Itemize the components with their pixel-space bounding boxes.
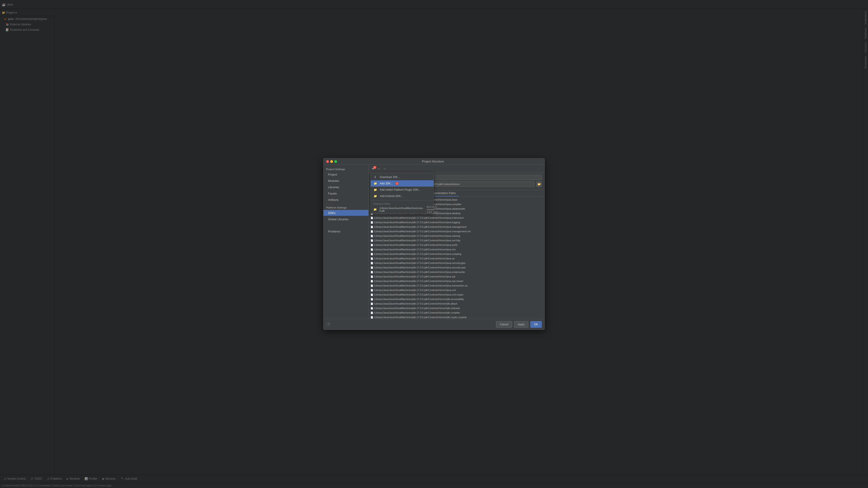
path-list-item[interactable]: 📄/Library/Java/JavaVirtualMachines/jdk-1…: [369, 315, 545, 319]
dialog-titlebar: Project Structure: [323, 158, 545, 165]
path-item-text: /Library/Java/JavaVirtualMachines/jdk-17…: [374, 225, 467, 228]
back-icon: ←: [377, 167, 380, 170]
forward-button[interactable]: →: [382, 166, 387, 171]
path-list-item[interactable]: 📄/Library/Java/JavaVirtualMachines/jdk-1…: [369, 292, 545, 297]
path-item-text: /Library/Java/JavaVirtualMachines/jdk-17…: [374, 234, 460, 237]
folder-icon-add: 📁: [373, 182, 377, 185]
path-item-icon: 📄: [370, 271, 373, 273]
path-list-item[interactable]: 📄/Library/Java/JavaVirtualMachines/jdk-1…: [369, 301, 545, 306]
dropdown-badge: 2: [395, 182, 399, 185]
path-item-text: /Library/Java/JavaVirtualMachines/jdk-17…: [374, 284, 467, 287]
path-list-item[interactable]: 📄/Library/Java/JavaVirtualMachines/jdk-1…: [369, 216, 545, 220]
nav-project[interactable]: Project: [323, 171, 368, 177]
close-button[interactable]: [326, 160, 329, 163]
badge-count: 2: [373, 166, 376, 169]
path-item-icon: 📄: [370, 244, 373, 246]
intellij-sdk-icon: 📁: [373, 188, 377, 191]
nav-problems[interactable]: Problems: [323, 228, 368, 234]
path-item-text: /Library/Java/JavaVirtualMachines/jdk-17…: [374, 307, 460, 310]
path-list-item[interactable]: 📄/Library/Java/JavaVirtualMachines/jdk-1…: [369, 242, 545, 247]
path-list-item[interactable]: 📄/Library/Java/JavaVirtualMachines/jdk-1…: [369, 220, 545, 225]
path-item-icon: 📄: [370, 262, 373, 264]
dropdown-download-jdk-label: Download JDK...: [380, 175, 400, 179]
dropdown-add-jdk[interactable]: 📁 Add JDK... 2: [371, 180, 434, 187]
help-button[interactable]: ?: [326, 322, 331, 327]
dropdown-separator: [371, 200, 434, 200]
path-item-icon: 📄: [370, 230, 373, 233]
path-list-item[interactable]: 📄/Library/Java/JavaVirtualMachines/jdk-1…: [369, 297, 545, 301]
path-item-text: /Library/Java/JavaVirtualMachines/jdk-17…: [374, 316, 467, 319]
add-btn-wrapper: + 2: [370, 166, 375, 171]
path-list-item[interactable]: 📄/Library/Java/JavaVirtualMachines/jdk-1…: [369, 256, 545, 261]
path-item-icon: 📄: [370, 298, 373, 300]
minimize-button[interactable]: [330, 160, 333, 163]
nav-artifacts[interactable]: Artifacts: [323, 197, 368, 203]
path-item-icon: 📄: [370, 316, 373, 319]
dropdown-add-jdk-label: Add JDK...: [380, 182, 393, 185]
detected-zulu-8[interactable]: 📁 /Library/Java/JavaVirtualMachines/zulu…: [371, 206, 434, 213]
path-list-item[interactable]: 📄/Library/Java/JavaVirtualMachines/jdk-1…: [369, 288, 545, 292]
path-list-item[interactable]: 📄/Library/Java/JavaVirtualMachines/jdk-1…: [369, 229, 545, 234]
dropdown-add-intellij-sdk[interactable]: 📁 Add IntelliJ Platform Plugin SDK...: [371, 187, 434, 193]
path-item-text: /Library/Java/JavaVirtualMachines/jdk-17…: [374, 311, 460, 314]
path-item-icon: 📄: [370, 307, 373, 310]
nav-facets[interactable]: Facets: [323, 191, 368, 196]
dialog-nav: Project Settings Project Modules Librari…: [323, 165, 369, 319]
dropdown-add-android-sdk[interactable]: 📁 Add Android SDK...: [371, 193, 434, 199]
path-list-item[interactable]: 📄/Library/Java/JavaVirtualMachines/jdk-1…: [369, 238, 545, 242]
path-item-icon: 📄: [370, 266, 373, 269]
path-list-item[interactable]: 📄/Library/Java/JavaVirtualMachines/jdk-1…: [369, 306, 545, 311]
browse-home-button[interactable]: 📂: [536, 182, 542, 187]
path-list-item[interactable]: 📄/Library/Java/JavaVirtualMachines/jdk-1…: [369, 274, 545, 279]
path-item-text: /Library/Java/JavaVirtualMachines/jdk-17…: [374, 248, 456, 251]
forward-icon: →: [383, 167, 386, 170]
path-list-item[interactable]: 📄/Library/Java/JavaVirtualMachines/jdk-1…: [369, 247, 545, 252]
path-item-icon: 📄: [370, 235, 373, 237]
path-item-text: /Library/Java/JavaVirtualMachines/jdk-17…: [374, 262, 465, 264]
detected-sdks-label: Detected SDKs: [371, 201, 434, 206]
path-item-icon: 📄: [370, 285, 373, 287]
add-sdk-button[interactable]: + 2: [370, 166, 375, 171]
path-list-item[interactable]: 📄/Library/Java/JavaVirtualMachines/jdk-1…: [369, 225, 545, 229]
path-list-item[interactable]: 📄/Library/Java/JavaVirtualMachines/jdk-1…: [369, 311, 545, 315]
back-button[interactable]: ←: [376, 166, 381, 171]
path-item-icon: 📄: [370, 257, 373, 260]
nav-sdks[interactable]: SDKs: [323, 210, 368, 216]
dialog-content: + 2 ← → ⬇ Download JDK...: [369, 165, 545, 319]
path-list-item[interactable]: 📄/Library/Java/JavaVirtualMachines/jdk-1…: [369, 265, 545, 270]
path-list-item[interactable]: 📄/Library/Java/JavaVirtualMachines/jdk-1…: [369, 234, 545, 238]
nav-libraries[interactable]: Libraries: [323, 184, 368, 190]
path-item-text: /Library/Java/JavaVirtualMachines/jdk-17…: [374, 243, 458, 246]
path-list-item[interactable]: 📄/Library/Java/JavaVirtualMachines/jdk-1…: [369, 279, 545, 283]
apply-button[interactable]: Apply: [514, 321, 528, 328]
path-item-text: /Library/Java/JavaVirtualMachines/jdk-17…: [374, 280, 463, 283]
platform-settings-header: Platform Settings: [323, 205, 368, 209]
nav-modules[interactable]: Modules: [323, 178, 368, 184]
ok-button[interactable]: OK: [530, 321, 542, 328]
path-item-text: /Library/Java/JavaVirtualMachines/jdk-17…: [374, 289, 456, 291]
dropdown-download-jdk[interactable]: ⬇ Download JDK...: [371, 174, 434, 180]
nav-global-libraries[interactable]: Global Libraries: [323, 216, 368, 222]
path-list-item[interactable]: 📄/Library/Java/JavaVirtualMachines/jdk-1…: [369, 270, 545, 274]
dialog-body: Project Settings Project Modules Librari…: [323, 165, 545, 319]
traffic-lights: [326, 160, 337, 163]
path-list-item[interactable]: 📄/Library/Java/JavaVirtualMachines/jdk-1…: [369, 261, 545, 265]
cancel-button[interactable]: Cancel: [496, 321, 512, 328]
path-list-item[interactable]: 📄/Library/Java/JavaVirtualMachines/jdk-1…: [369, 252, 545, 256]
dialog-overlay: Project Structure Project Settings Proje…: [0, 0, 868, 488]
maximize-button[interactable]: [334, 160, 337, 163]
path-item-text: /Library/Java/JavaVirtualMachines/jdk-17…: [374, 298, 464, 300]
path-item-text: /Library/Java/JavaVirtualMachines/jdk-17…: [374, 302, 457, 305]
path-list-item[interactable]: 📄/Library/Java/JavaVirtualMachines/jdk-1…: [369, 283, 545, 288]
add-sdk-dropdown: ⬇ Download JDK... 📁 Add JDK... 2 📁 Add I…: [370, 173, 434, 214]
path-item-icon: 📄: [370, 221, 373, 224]
path-item-icon: 📄: [370, 293, 373, 296]
path-item-text: /Library/Java/JavaVirtualMachines/jdk-17…: [374, 293, 463, 296]
path-item-text: /Library/Java/JavaVirtualMachines/jdk-17…: [374, 239, 460, 242]
path-item-text: /Library/Java/JavaVirtualMachines/jdk-17…: [374, 271, 465, 273]
dropdown-add-intellij-label: Add IntelliJ Platform Plugin SDK...: [380, 188, 421, 191]
path-item-text: /Library/Java/JavaVirtualMachines/jdk-17…: [374, 253, 461, 255]
nav-spacer: [323, 223, 368, 225]
dialog-toolbar: + 2 ← → ⬇ Download JDK...: [369, 165, 545, 173]
path-item-icon: 📄: [370, 289, 373, 291]
